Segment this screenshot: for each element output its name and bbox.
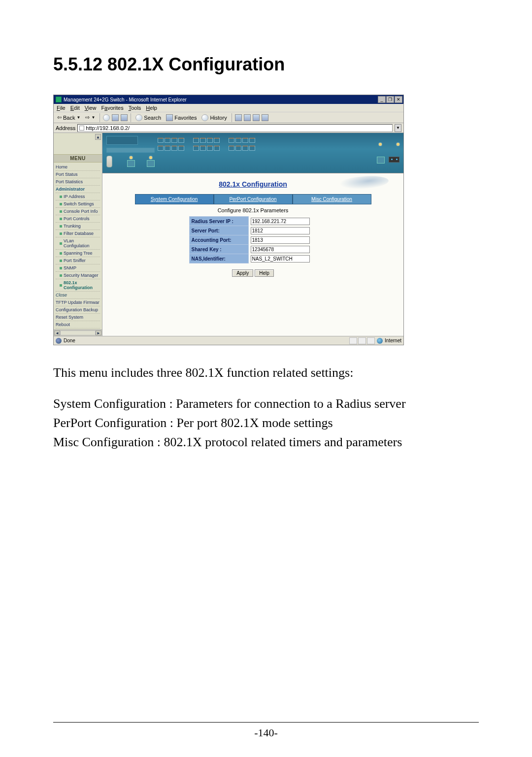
sidebar-item-configuration-backup[interactable]: Configuration Backup (56, 306, 100, 314)
sidebar-item-reset-system[interactable]: Reset System (56, 314, 100, 321)
edit-icon[interactable] (253, 114, 260, 121)
print-icon[interactable] (244, 114, 251, 121)
status-bar: Done Internet (54, 336, 403, 345)
window-close-button[interactable]: ✕ (395, 96, 402, 103)
bullet-icon (60, 218, 62, 220)
scroll-track[interactable] (60, 330, 96, 335)
menu-tools[interactable]: Tools (129, 105, 141, 111)
mail-icon[interactable] (235, 114, 242, 121)
input-nas-identifier[interactable] (251, 255, 310, 263)
scroll-right-button[interactable]: ► (96, 330, 101, 335)
tab-perport-configuration[interactable]: PerPort Configuration (214, 194, 293, 204)
bullet-icon (60, 242, 62, 245)
bullet-icon (60, 260, 62, 262)
page-icon (79, 126, 84, 131)
sidebar-item-port-status[interactable]: Port Status (56, 171, 100, 178)
window-restore-button[interactable]: ❐ (386, 96, 394, 103)
menu-view[interactable]: View (85, 105, 97, 111)
input-shared-key[interactable] (251, 246, 310, 253)
history-icon (201, 114, 208, 121)
sidebar-item-tftp-update-firmware[interactable]: TFTP Update Firmwar (56, 299, 100, 306)
page-title: 802.1x Configuration (219, 180, 287, 188)
switch-label-icon (106, 148, 155, 153)
window-minimize-button[interactable]: _ (378, 96, 386, 103)
toolbar-favorites-label: Favorites (174, 115, 197, 121)
decorative-swoosh-icon (339, 174, 389, 192)
internet-zone-label: Internet (385, 338, 401, 343)
menu-help[interactable]: Help (146, 105, 157, 111)
sidebar-item-label: Console Port Info (64, 209, 98, 214)
input-server-port[interactable] (251, 227, 310, 234)
toolbar-separator (232, 113, 232, 122)
address-label: Address (56, 125, 75, 131)
back-arrow-icon: ⇦ (57, 114, 62, 121)
menu-file[interactable]: File (57, 105, 66, 111)
window-titlebar: Management 24+2G Switch - Microsoft Inte… (54, 95, 403, 104)
sidebar-item-label: Spanning Tree (64, 251, 93, 256)
tab-system-configuration[interactable]: System Configuration (135, 194, 214, 204)
sidebar-item-reboot[interactable]: Reboot (56, 321, 100, 329)
sidebar-item-port-statistics[interactable]: Port Statistics (56, 178, 100, 186)
discuss-icon[interactable] (262, 114, 268, 121)
sidebar-item-label: Port Controls (64, 216, 90, 221)
refresh-icon[interactable] (112, 114, 119, 121)
sidebar-item-label: Home (56, 165, 67, 169)
favorites-icon (166, 114, 173, 121)
forward-arrow-icon: ⇨ (85, 114, 90, 121)
sidebar-item-label: Security Manager (64, 273, 99, 278)
window-title: Management 24+2G Switch - Microsoft Inte… (64, 97, 187, 102)
sidebar-item-label: Port Sniffer (64, 258, 86, 263)
input-accounting-port[interactable] (251, 236, 310, 244)
sidebar-item-home[interactable]: Home (56, 164, 100, 171)
sidebar-item-filter-database[interactable]: Filter Database (56, 230, 100, 237)
apply-button[interactable]: Apply (232, 269, 253, 277)
label-accounting-port: Accounting Port: (189, 235, 248, 245)
toolbar-back-button[interactable]: ⇦ Back ▼ (56, 114, 82, 121)
stop-icon[interactable] (103, 114, 110, 121)
sidebar-close-link[interactable]: Close (56, 292, 100, 299)
help-button[interactable]: Help (255, 269, 274, 277)
input-radius-server-ip[interactable] (251, 218, 310, 225)
label-shared-key: Shared Key : (189, 245, 248, 254)
sidebar-item-security-manager[interactable]: Security Manager (56, 272, 100, 279)
power-led-icon (106, 156, 112, 167)
sidebar-item-ip-address[interactable]: IP Address (56, 193, 100, 200)
sidebar-item-spanning-tree[interactable]: Spanning Tree (56, 250, 100, 257)
switch-port-row (158, 146, 374, 151)
toolbar-favorites-button[interactable]: Favorites (165, 114, 198, 121)
tab-misc-configuration[interactable]: Misc Configuration (293, 194, 371, 204)
toolbar-search-button[interactable]: Search (134, 114, 163, 121)
menu-favorites[interactable]: Favorites (101, 105, 123, 111)
bullet-icon (60, 203, 62, 205)
config-form-table: Radius Server IP : Server Port: Accounti… (189, 216, 317, 263)
scroll-left-button[interactable]: ◄ (54, 330, 60, 335)
address-input[interactable]: http://192.168.0.2/ (77, 124, 393, 132)
page-number: -140- (0, 726, 532, 739)
sidebar-horizontal-scrollbar[interactable]: ◄ ► (54, 329, 102, 336)
sidebar-item-switch-settings[interactable]: Switch Settings (56, 200, 100, 208)
module-slot-icon (127, 160, 135, 167)
sidebar-item-vlan-configuration[interactable]: VLan Configulation (56, 237, 100, 250)
feature-line-2: PerPort Configuration : Per port 802.1X … (53, 413, 479, 432)
toolbar-back-label: Back (63, 115, 75, 121)
status-text: Done (64, 338, 75, 343)
ie-status-icon (56, 338, 62, 344)
toolbar-history-button[interactable]: History (200, 114, 228, 121)
status-cell (367, 337, 375, 344)
sidebar-item-administrator[interactable]: Administrator (56, 186, 100, 193)
toolbar-forward-button[interactable]: ⇨ ▼ (84, 114, 97, 121)
sidebar-item-port-sniffer[interactable]: Port Sniffer (56, 257, 100, 264)
feature-line-3: Misc Configuration : 802.1X protocol rel… (53, 432, 479, 452)
sidebar-item-console-port-info[interactable]: Console Port Info (56, 208, 100, 215)
sidebar-item-8021x-configuration[interactable]: 802.1x Configuration (56, 279, 100, 292)
menu-edit[interactable]: Edit (70, 105, 80, 111)
label-radius-server-ip: Radius Server IP : (189, 217, 248, 226)
sidebar-item-trunking[interactable]: Trunking (56, 223, 100, 230)
home-icon[interactable] (121, 114, 128, 121)
sidebar-item-snmp[interactable]: SNMP (56, 264, 100, 272)
link-led-icon (397, 143, 399, 146)
toolbar-separator (100, 113, 100, 122)
sidebar-item-port-controls[interactable]: Port Controls (56, 215, 100, 223)
sidebar-scroll-up[interactable]: ▲ (95, 134, 101, 140)
address-dropdown-button[interactable]: ▼ (395, 124, 401, 132)
